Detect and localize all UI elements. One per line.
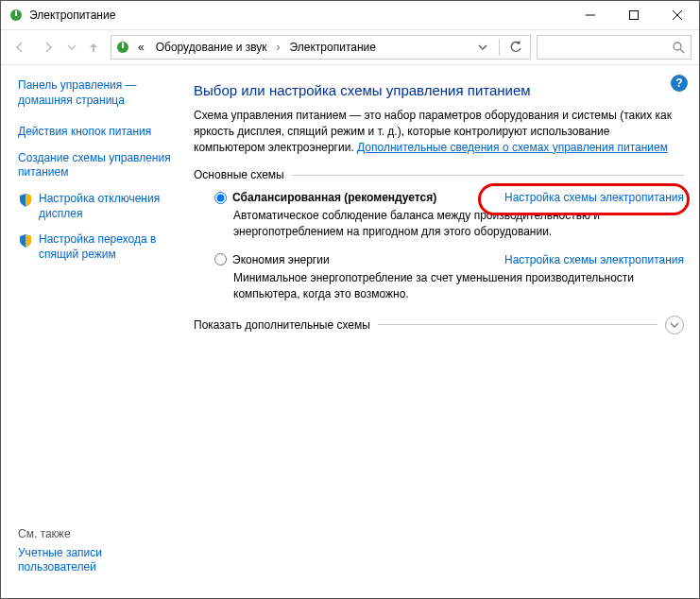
forward-button[interactable] — [37, 36, 60, 59]
radio-balanced[interactable] — [214, 192, 227, 204]
sidebar-link-display-off[interactable]: Настройка отключения дисплея — [39, 192, 179, 221]
power-options-icon — [115, 40, 130, 55]
close-button[interactable] — [656, 1, 699, 29]
plan-description: Автоматическое соблюдение баланса между … — [233, 208, 684, 240]
power-options-icon — [9, 8, 24, 23]
page-heading: Выбор или настройка схемы управления пит… — [194, 82, 684, 98]
up-button[interactable] — [84, 36, 103, 59]
sidebar-home-link[interactable]: Панель управления — домашняя страница — [18, 78, 179, 108]
svg-rect-1 — [15, 10, 17, 16]
svg-point-8 — [674, 43, 681, 50]
change-plan-settings-link[interactable]: Настройка схемы электропитания — [504, 191, 684, 204]
chevron-down-icon[interactable] — [665, 316, 684, 334]
power-plan-balanced: Сбалансированная (рекомендуется) Настрой… — [214, 191, 684, 240]
section-title-primary-plans: Основные схемы — [194, 168, 284, 181]
back-button[interactable] — [9, 36, 31, 59]
address-bar[interactable]: « Оборудование и звук › Электропитание — [111, 35, 531, 60]
help-button[interactable]: ? — [671, 75, 688, 92]
recent-dropdown[interactable] — [65, 36, 78, 59]
plan-label[interactable]: Экономия энергии — [232, 253, 330, 266]
chevron-right-icon: › — [275, 41, 282, 54]
expand-additional-plans[interactable]: Показать дополнительные схемы — [194, 318, 370, 332]
minimize-button[interactable] — [569, 1, 612, 29]
sidebar-link-button-actions[interactable]: Действия кнопок питания — [18, 125, 151, 140]
sidebar-link-user-accounts[interactable]: Учетные записи пользователей — [18, 546, 179, 575]
learn-more-link[interactable]: Дополнительные сведения о схемах управле… — [357, 141, 668, 154]
breadcrumb-prefix: « — [134, 41, 148, 54]
window-title: Электропитание — [29, 9, 115, 22]
sidebar-link-create-plan[interactable]: Создание схемы управления питанием — [18, 151, 179, 180]
power-plan-powersaver: Экономия энергии Настройка схемы электро… — [214, 253, 684, 302]
radio-powersaver[interactable] — [214, 253, 227, 265]
address-dropdown[interactable] — [472, 37, 493, 58]
plan-description: Минимальное энергопотребление за счет ум… — [233, 270, 684, 302]
svg-rect-3 — [630, 11, 639, 20]
svg-line-9 — [680, 49, 684, 53]
svg-rect-7 — [122, 43, 124, 48]
shield-icon — [18, 193, 33, 208]
sidebar-link-sleep[interactable]: Настройка перехода в спящий режим — [39, 232, 179, 262]
see-also-label: См. также — [18, 527, 179, 540]
plan-label[interactable]: Сбалансированная (рекомендуется) — [232, 191, 436, 204]
breadcrumb-item[interactable]: Оборудование и звук — [152, 41, 271, 54]
search-input[interactable] — [537, 35, 691, 60]
page-description: Схема управления питанием — это набор па… — [194, 108, 684, 155]
search-icon — [672, 41, 685, 54]
change-plan-settings-link[interactable]: Настройка схемы электропитания — [504, 253, 684, 266]
shield-icon — [18, 233, 33, 248]
refresh-button[interactable] — [505, 37, 526, 58]
breadcrumb-item[interactable]: Электропитание — [286, 41, 380, 54]
maximize-button[interactable] — [612, 1, 656, 29]
